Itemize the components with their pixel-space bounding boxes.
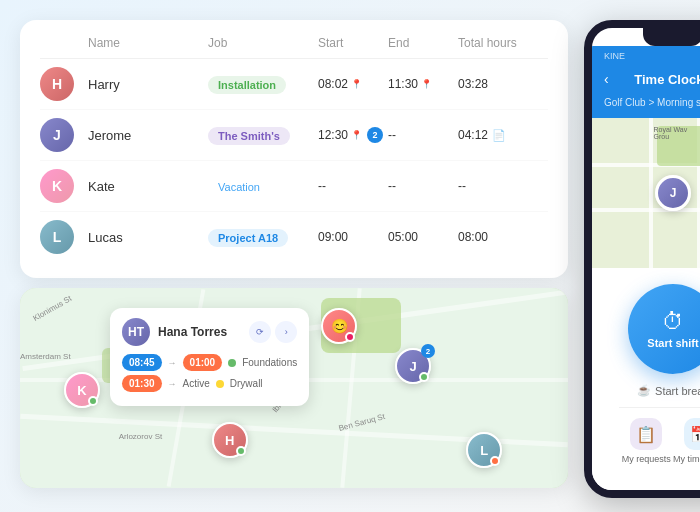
map-avatar-pin[interactable]: H: [212, 422, 248, 458]
job-cell: Project A18: [208, 228, 318, 247]
status-label: Active: [183, 378, 210, 389]
phone-map-road: [592, 208, 700, 212]
map-avatar-pin[interactable]: K: [64, 372, 100, 408]
task-label: Drywall: [230, 378, 263, 389]
pin-icon: 📍: [421, 79, 432, 89]
avatar: H: [40, 67, 74, 101]
total-hours: 03:28: [458, 77, 548, 91]
map-label: Arlozorov St: [119, 432, 163, 441]
popup-row-1: 08:45 → 01:00 Foundations: [122, 354, 297, 371]
my-requests-icon: 📋: [630, 418, 662, 450]
job-cell: Installation: [208, 75, 318, 94]
col-job: Job: [208, 36, 318, 50]
phone-center-avatar: J: [655, 175, 691, 211]
total-hours: 08:00: [458, 230, 548, 244]
phone-statusbar: KINE 5:18: [592, 46, 700, 65]
phone-header: ‹ Time Clock ⚙: [592, 65, 700, 97]
map-label: Amsterdam St: [20, 352, 71, 361]
table-row[interactable]: H Harry Installation 08:02 📍 11:30 📍 03:…: [40, 59, 548, 110]
map-popup: HT Hana Torres ⟳ › 08:45 → 01:00 Foundat…: [110, 308, 309, 406]
phone-bottom-nav: 📋 My requests 📅 My timesheet: [619, 407, 700, 474]
end-time: 05:00: [388, 230, 458, 244]
popup-row-2: 01:30 → Active Drywall: [122, 375, 297, 392]
left-column: Name Job Start End Total hours H Harry I…: [20, 20, 568, 488]
duration-chip: 01:00: [183, 354, 223, 371]
avatar: K: [40, 169, 74, 203]
arrow-icon: →: [168, 379, 177, 389]
nav-my-timesheet[interactable]: 📅 My timesheet: [673, 418, 700, 464]
phone-subheader: Golf Club > Morning shift: [592, 97, 700, 118]
park-label: Royal WavGrou: [654, 126, 688, 140]
job-badge: Installation: [208, 76, 286, 94]
badge-count: 2: [367, 127, 383, 143]
job-badge: Vacation: [208, 178, 270, 196]
phone-container: KINE 5:18 ‹ Time Clock ⚙ Golf Club > Mor…: [584, 20, 700, 498]
phone-screen: KINE 5:18 ‹ Time Clock ⚙ Golf Club > Mor…: [592, 46, 700, 490]
phone-map-road: [649, 118, 653, 268]
end-time: 11:30 📍: [388, 77, 458, 91]
start-shift-label: Start shift: [647, 337, 698, 349]
nav-my-requests[interactable]: 📋 My requests: [619, 418, 673, 464]
my-timesheet-icon: 📅: [684, 418, 700, 450]
row-name: Jerome: [88, 128, 208, 143]
time-chip: 08:45: [122, 354, 162, 371]
job-cell: The Smith's: [208, 126, 318, 145]
start-time: --: [318, 179, 388, 193]
location-text: Golf Club > Morning shift: [604, 97, 700, 108]
start-break-button[interactable]: ☕ Start break: [637, 384, 700, 397]
popup-arrow-btn[interactable]: ›: [275, 321, 297, 343]
end-time: --: [388, 128, 458, 142]
table-header: Name Job Start End Total hours: [40, 36, 548, 59]
status-dot: [345, 332, 355, 342]
doc-icon: 📄: [492, 129, 506, 142]
row-name: Harry: [88, 77, 208, 92]
avatar-wrapper: J 2: [395, 348, 431, 384]
phone-map: Royal WavGrou J: [592, 118, 700, 268]
status-dot: [490, 456, 500, 466]
start-shift-button[interactable]: ⏱ Start shift: [628, 284, 700, 374]
table-row[interactable]: L Lucas Project A18 09:00 05:00 08:00: [40, 212, 548, 262]
main-container: Name Job Start End Total hours H Harry I…: [0, 0, 700, 512]
time-chip: 01:30: [122, 375, 162, 392]
table-row[interactable]: J Jerome The Smith's 12:30 📍 2 -- 04:12 …: [40, 110, 548, 161]
phone-map-bg: Royal WavGrou J: [592, 118, 700, 268]
col-total: Total hours: [458, 36, 548, 50]
map-avatar-pin[interactable]: L: [466, 432, 502, 468]
status-dot: [88, 396, 98, 406]
start-break-label: Start break: [655, 385, 700, 397]
back-button[interactable]: ‹: [604, 71, 609, 87]
job-badge: The Smith's: [208, 127, 290, 145]
map-label: Klonimus St: [32, 294, 73, 323]
map-background: Klonimus St Amsterdam St Arlozorov St Be…: [20, 288, 568, 488]
break-icon: ☕: [637, 384, 651, 397]
nav-requests-label: My requests: [622, 454, 671, 464]
map-avatar-pin[interactable]: J 2: [395, 348, 431, 384]
start-time: 12:30 📍 2: [318, 127, 388, 143]
status-dot: [216, 380, 224, 388]
phone-title: Time Clock: [617, 72, 700, 87]
avatar: L: [40, 220, 74, 254]
row-name: Kate: [88, 179, 208, 194]
status-dot: [419, 372, 429, 382]
phone-frame: KINE 5:18 ‹ Time Clock ⚙ Golf Club > Mor…: [584, 20, 700, 498]
pin-icon: 📍: [351, 130, 362, 140]
phone-notch: [643, 28, 700, 46]
map-avatar-pin[interactable]: 😊: [321, 308, 357, 344]
map-panel[interactable]: Klonimus St Amsterdam St Arlozorov St Be…: [20, 288, 568, 488]
table-row[interactable]: K Kate Vacation -- -- --: [40, 161, 548, 212]
timer-icon: ⏱: [662, 309, 684, 335]
total-hours: 04:12 📄: [458, 128, 548, 142]
status-dot: [228, 359, 236, 367]
popup-sync-btn[interactable]: ⟳: [249, 321, 271, 343]
avatar: J: [40, 118, 74, 152]
arrow-icon: →: [168, 358, 177, 368]
start-time: 08:02 📍: [318, 77, 388, 91]
table-panel: Name Job Start End Total hours H Harry I…: [20, 20, 568, 278]
popup-name: Hana Torres: [158, 325, 241, 339]
status-dot: [236, 446, 246, 456]
carrier-text: KINE: [604, 51, 625, 61]
popup-avatar: HT: [122, 318, 150, 346]
phone-content: ⏱ Start shift ☕ Start break 📋 My request…: [592, 268, 700, 490]
task-label: Foundations: [242, 357, 297, 368]
total-hours: --: [458, 179, 548, 193]
